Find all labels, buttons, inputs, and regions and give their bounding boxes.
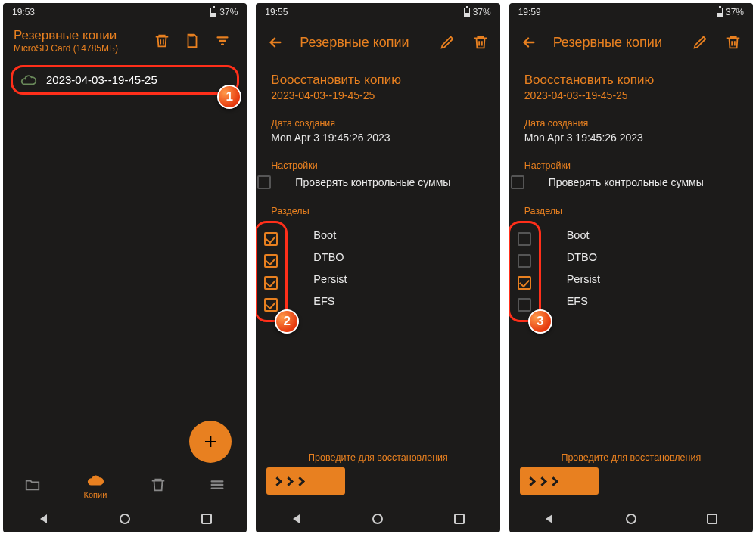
step-badge: 1	[217, 85, 241, 109]
partition-checkbox-persist[interactable]	[264, 276, 278, 290]
folder-icon	[24, 476, 41, 493]
back-icon[interactable]	[38, 513, 50, 525]
clock: 19:53	[12, 7, 35, 17]
clock: 19:59	[518, 7, 541, 17]
recent-icon[interactable]	[706, 513, 718, 525]
partition-checkbox-boot[interactable]	[264, 232, 278, 246]
pencil-icon	[439, 34, 456, 51]
trash-icon	[472, 34, 489, 51]
step-badge: 3	[528, 309, 552, 334]
status-bar: 19:53 37%	[3, 3, 247, 21]
page-title: Резервные копии	[547, 35, 682, 51]
swipe-restore-button[interactable]	[266, 467, 345, 495]
arrow-left-icon	[521, 34, 537, 51]
back-icon[interactable]	[543, 513, 555, 525]
nav-menu[interactable]	[209, 476, 226, 495]
home-icon[interactable]	[625, 513, 637, 525]
clock: 19:55	[265, 7, 288, 17]
partitions-highlight: 2	[256, 221, 288, 322]
cloud-icon	[20, 74, 37, 86]
system-nav	[509, 505, 753, 532]
partition-checkbox-efs[interactable]	[518, 298, 531, 312]
nav-trash[interactable]	[150, 476, 166, 495]
date-label: Дата создания	[271, 118, 484, 129]
partition-label: Persist	[567, 268, 600, 290]
nav-folder[interactable]	[24, 476, 41, 495]
chevron-right-icon	[284, 476, 294, 486]
plus-icon: +	[204, 429, 218, 455]
edit-button[interactable]	[685, 27, 715, 57]
storage-subtitle: MicroSD Card (14785МБ)	[14, 43, 147, 54]
partition-checkbox-efs[interactable]	[264, 298, 278, 312]
swipe-hint: Проведите для восстановления	[256, 452, 499, 463]
settings-label: Настройки	[271, 160, 484, 171]
partition-checkbox-dtbo[interactable]	[518, 254, 531, 268]
arrow-left-icon	[267, 34, 284, 51]
battery-icon	[464, 8, 470, 17]
cloud-icon	[87, 472, 104, 489]
trash-icon	[154, 33, 170, 49]
nav-label: Копии	[84, 490, 107, 499]
system-nav	[256, 505, 499, 532]
delete-button[interactable]	[147, 26, 177, 56]
storage-button[interactable]	[177, 26, 207, 56]
nav-copies[interactable]: Копии	[84, 472, 107, 499]
status-bar: 19:59 37%	[509, 3, 753, 21]
home-icon[interactable]	[119, 513, 131, 525]
chevron-right-icon	[526, 476, 536, 486]
partition-label: EFS	[313, 290, 347, 312]
partition-checkbox-boot[interactable]	[518, 232, 531, 246]
screen-3: 19:59 37% Резервные копии Воосстановить …	[509, 3, 753, 532]
trash-icon	[725, 34, 742, 51]
back-button[interactable]	[260, 27, 291, 57]
detail-content: Воосстановить копию 2023-04-03--19-45-25…	[256, 64, 499, 322]
checksums-option[interactable]: Проверять контрольные суммы	[257, 175, 484, 189]
page-title: Резервные копии	[14, 28, 147, 43]
pencil-icon	[692, 34, 708, 51]
partitions-label: Разделы	[271, 206, 484, 216]
chevron-right-icon	[549, 476, 558, 486]
home-icon[interactable]	[372, 513, 384, 525]
checksums-label: Проверять контрольные суммы	[549, 176, 704, 188]
screen-1: 19:53 37% Резервные копии MicroSD Card (…	[3, 3, 247, 532]
partition-label: EFS	[567, 290, 600, 312]
backup-name: 2023-04-03--19-45-25	[271, 89, 484, 101]
date-value: Mon Apr 3 19:45:26 2023	[524, 132, 738, 144]
backup-name: 2023-04-03--19-45-25	[46, 73, 157, 86]
partition-label: Persist	[313, 268, 347, 290]
partition-label: DTBO	[567, 247, 600, 268]
filter-button[interactable]	[207, 26, 238, 56]
back-icon[interactable]	[291, 513, 303, 525]
delete-button[interactable]	[465, 27, 496, 57]
chevron-right-icon	[272, 476, 282, 486]
menu-icon	[209, 476, 226, 493]
partition-checkbox-persist[interactable]	[518, 276, 531, 290]
chevron-right-icon	[295, 476, 305, 486]
checksums-option[interactable]: Проверять контрольные суммы	[511, 175, 738, 189]
battery-icon	[717, 8, 723, 17]
svg-point-2	[373, 514, 382, 523]
restore-title: Воосстановить копию	[524, 73, 738, 88]
delete-button[interactable]	[718, 27, 748, 57]
screen-2: 19:55 37% Резервные копии Воосстановить …	[256, 3, 499, 532]
page-title: Резервные копии	[294, 35, 428, 51]
recent-icon[interactable]	[201, 513, 213, 525]
sdcard-icon	[184, 33, 201, 49]
partition-checkbox-dtbo[interactable]	[264, 254, 278, 268]
battery-percent: 37%	[726, 7, 744, 17]
add-button[interactable]: +	[189, 421, 232, 463]
checksums-checkbox[interactable]	[511, 175, 524, 189]
app-header: Резервные копии	[509, 21, 753, 64]
backup-item[interactable]: 2023-04-03--19-45-25 1	[11, 65, 239, 95]
recent-icon[interactable]	[453, 513, 465, 525]
back-button[interactable]	[514, 27, 544, 57]
date-label: Дата создания	[524, 118, 738, 129]
battery-percent: 37%	[219, 7, 238, 17]
edit-button[interactable]	[432, 27, 462, 57]
detail-content: Воосстановить копию 2023-04-03--19-45-25…	[509, 64, 753, 322]
status-bar: 19:55 37%	[256, 3, 499, 21]
swipe-restore-button[interactable]	[520, 467, 599, 495]
partitions-highlight: 3	[509, 221, 541, 322]
checksums-checkbox[interactable]	[257, 175, 271, 189]
settings-label: Настройки	[524, 160, 738, 171]
